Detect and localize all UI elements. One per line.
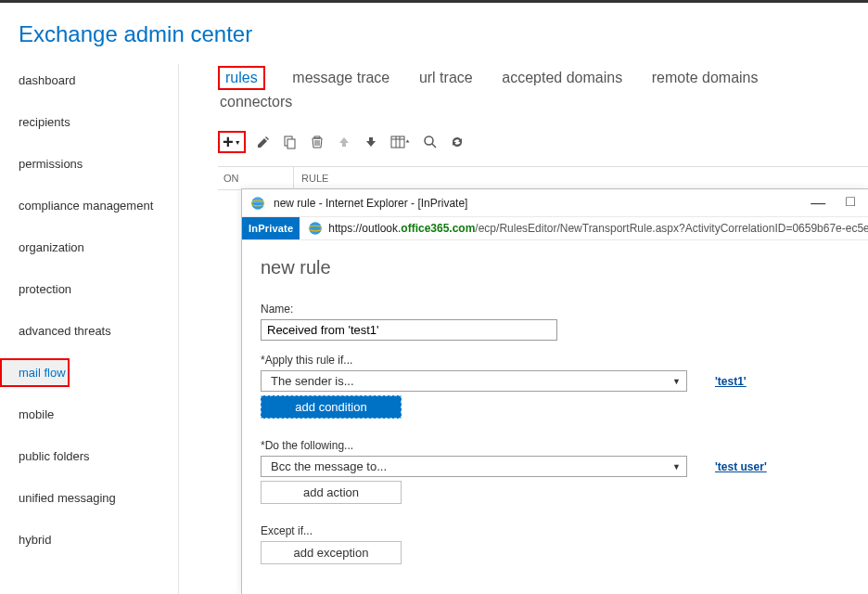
sidebar-item-mail-flow[interactable]: mail flow xyxy=(0,358,70,387)
inprivate-badge: InPrivate xyxy=(242,217,300,239)
tabs-bar: rules message trace url trace accepted d… xyxy=(179,66,868,131)
add-action-button[interactable]: add action xyxy=(261,481,402,504)
plus-icon: + xyxy=(223,133,234,151)
svg-point-3 xyxy=(425,136,433,145)
url-field[interactable]: https://outlook.office365.com/ecp/RulesE… xyxy=(328,218,868,239)
sidebar-item-protection[interactable]: protection xyxy=(0,275,178,303)
do-following-select[interactable]: Bcc the message to... ▼ xyxy=(261,456,687,477)
url-prefix: https://outlook. xyxy=(328,222,401,235)
sidebar-nav: dashboard recipients permissions complia… xyxy=(0,64,179,594)
copy-icon xyxy=(283,135,298,149)
tab-remote-domains[interactable]: remote domains xyxy=(650,66,760,90)
column-header-rule[interactable]: RULE xyxy=(294,167,868,189)
pencil-icon xyxy=(256,135,271,149)
sidebar-item-organization[interactable]: organization xyxy=(0,233,178,262)
svg-rect-1 xyxy=(287,139,295,148)
sidebar-item-unified-messaging[interactable]: unified messaging xyxy=(0,484,178,512)
apply-if-label: *Apply this rule if... xyxy=(261,354,849,367)
sidebar-item-mobile[interactable]: mobile xyxy=(0,400,178,429)
except-if-label: Except if... xyxy=(261,524,849,537)
sidebar-item-recipients[interactable]: recipients xyxy=(0,108,178,136)
dialog-heading: new rule xyxy=(261,257,849,278)
refresh-button[interactable] xyxy=(448,133,466,151)
tab-url-trace[interactable]: url trace xyxy=(417,66,475,90)
apply-if-select[interactable]: The sender is... ▼ xyxy=(261,370,687,392)
add-exception-button[interactable]: add exception xyxy=(261,541,402,564)
new-button[interactable]: + ▼ xyxy=(218,131,246,153)
add-condition-button[interactable]: add condition xyxy=(261,395,402,419)
header: Exchange admin center xyxy=(0,3,868,64)
column-header-on[interactable]: ON xyxy=(218,167,294,189)
tab-connectors[interactable]: connectors xyxy=(218,90,294,114)
do-following-select-value: Bcc the message to... xyxy=(271,459,387,473)
columns-button[interactable] xyxy=(389,133,413,151)
chevron-down-icon: ▼ xyxy=(672,462,681,471)
maximize-button[interactable]: □ xyxy=(838,193,862,213)
url-rest: /ecp/RulesEditor/NewTransportRule.aspx?A… xyxy=(475,222,868,235)
apply-if-select-value: The sender is... xyxy=(271,374,354,388)
chevron-down-icon: ▼ xyxy=(672,377,681,386)
do-following-target-link[interactable]: 'test user' xyxy=(715,460,767,473)
new-rule-window: new rule - Internet Explorer - [InPrivat… xyxy=(241,188,868,594)
search-button[interactable] xyxy=(421,133,440,151)
window-titlebar[interactable]: new rule - Internet Explorer - [InPrivat… xyxy=(242,189,868,216)
edit-button[interactable] xyxy=(254,133,273,151)
tab-accepted-domains[interactable]: accepted domains xyxy=(500,66,624,90)
app-title: Exchange admin center xyxy=(19,21,868,47)
name-input[interactable] xyxy=(261,319,557,341)
sidebar-item-hybrid[interactable]: hybrid xyxy=(0,525,178,554)
dialog-body: new rule Name: *Apply this rule if... Th… xyxy=(242,240,868,564)
sidebar-item-dashboard[interactable]: dashboard xyxy=(0,66,178,95)
columns-icon xyxy=(390,135,411,149)
sidebar-item-compliance[interactable]: compliance management xyxy=(0,191,178,220)
arrow-up-icon xyxy=(338,136,351,148)
tab-rules[interactable]: rules xyxy=(218,66,265,90)
tab-message-trace[interactable]: message trace xyxy=(290,66,391,90)
minimize-button[interactable]: — xyxy=(803,195,833,212)
ie-icon xyxy=(307,220,324,237)
url-host: office365.com xyxy=(401,222,475,235)
trash-icon xyxy=(310,135,325,149)
apply-if-target-link[interactable]: 'test1' xyxy=(715,375,747,388)
sidebar-item-public-folders[interactable]: public folders xyxy=(0,442,178,471)
ie-icon xyxy=(249,195,266,212)
refresh-icon xyxy=(450,135,465,149)
dropdown-caret-icon: ▼ xyxy=(235,139,241,146)
arrow-down-icon xyxy=(364,136,377,148)
window-title: new rule - Internet Explorer - [InPrivat… xyxy=(274,197,798,210)
sidebar-item-advanced-threats[interactable]: advanced threats xyxy=(0,316,178,345)
delete-button[interactable] xyxy=(308,133,326,151)
name-label: Name: xyxy=(261,303,849,316)
address-bar: InPrivate https://outlook.office365.com/… xyxy=(242,216,868,240)
move-down-button[interactable] xyxy=(362,133,380,151)
search-icon xyxy=(423,135,438,149)
move-up-button[interactable] xyxy=(335,133,353,151)
copy-button[interactable] xyxy=(281,133,300,151)
svg-point-6 xyxy=(310,222,323,235)
do-following-label: *Do the following... xyxy=(261,439,849,452)
rules-table-header: ON RULE xyxy=(218,166,868,190)
sidebar-item-permissions[interactable]: permissions xyxy=(0,149,178,178)
svg-rect-2 xyxy=(391,136,404,148)
toolbar: + ▼ xyxy=(179,131,868,161)
